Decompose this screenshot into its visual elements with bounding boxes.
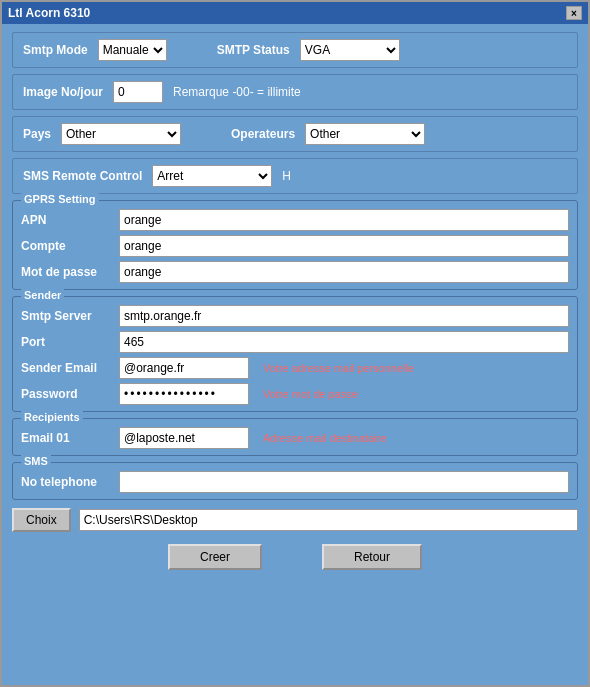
sms-section-title: SMS — [21, 455, 51, 467]
password-input[interactable] — [119, 383, 249, 405]
no-telephone-label: No telephone — [21, 475, 111, 489]
operateurs-label: Operateurs — [231, 127, 295, 141]
pays-row: Pays Other France Germany Operateurs Oth… — [12, 116, 578, 152]
sender-email-row: Sender Email Votre adresse mail personne… — [21, 357, 569, 379]
password-row: Password Votre mot de passe — [21, 383, 569, 405]
window-title: Ltl Acorn 6310 — [8, 6, 90, 20]
image-no-input[interactable]: 0 — [113, 81, 163, 103]
choix-button[interactable]: Choix — [12, 508, 71, 532]
operateurs-select[interactable]: Other Orange SFR — [305, 123, 425, 145]
sms-remote-row: SMS Remote Control Arret Marche H — [12, 158, 578, 194]
sender-section-title: Sender — [21, 289, 64, 301]
no-telephone-row: No telephone — [21, 471, 569, 493]
sms-section: SMS No telephone — [12, 462, 578, 500]
compte-row: Compte — [21, 235, 569, 257]
gprs-section-title: GPRS Setting — [21, 193, 99, 205]
smtp-server-input[interactable] — [119, 305, 569, 327]
title-bar: Ltl Acorn 6310 × — [2, 2, 588, 24]
recipients-section: Recipients Email 01 Adresse mail destina… — [12, 418, 578, 456]
apn-input[interactable] — [119, 209, 569, 231]
compte-label: Compte — [21, 239, 111, 253]
email01-hint: Adresse mail destinataire — [263, 432, 387, 444]
path-input[interactable] — [79, 509, 578, 531]
mot-de-passe-input[interactable] — [119, 261, 569, 283]
sms-remote-label: SMS Remote Control — [23, 169, 142, 183]
apn-label: APN — [21, 213, 111, 227]
file-row: Choix — [12, 508, 578, 532]
port-input[interactable] — [119, 331, 569, 353]
footer-buttons: Creer Retour — [12, 544, 578, 570]
email01-row: Email 01 Adresse mail destinataire — [21, 427, 569, 449]
port-row: Port — [21, 331, 569, 353]
smtp-status-label: SMTP Status — [217, 43, 290, 57]
smtp-server-label: Smtp Server — [21, 309, 111, 323]
apn-row: APN — [21, 209, 569, 231]
port-label: Port — [21, 335, 111, 349]
smtp-mode-select[interactable]: Manuale Auto — [98, 39, 167, 61]
sender-section: Sender Smtp Server Port Sender Email Vot… — [12, 296, 578, 412]
main-content: Smtp Mode Manuale Auto SMTP Status VGA W… — [2, 24, 588, 685]
password-hint: Votre mot de passe — [263, 388, 358, 400]
image-no-label: Image No/jour — [23, 85, 103, 99]
sender-email-label: Sender Email — [21, 361, 111, 375]
recipients-section-title: Recipients — [21, 411, 83, 423]
sender-email-hint: Votre adresse mail personnelle — [263, 362, 414, 374]
email01-label: Email 01 — [21, 431, 111, 445]
smtp-mode-row: Smtp Mode Manuale Auto SMTP Status VGA W… — [12, 32, 578, 68]
password-label: Password — [21, 387, 111, 401]
gprs-section: GPRS Setting APN Compte Mot de passe — [12, 200, 578, 290]
close-button[interactable]: × — [566, 6, 582, 20]
mot-de-passe-label: Mot de passe — [21, 265, 111, 279]
email01-input[interactable] — [119, 427, 249, 449]
pays-label: Pays — [23, 127, 51, 141]
main-window: Ltl Acorn 6310 × Smtp Mode Manuale Auto … — [0, 0, 590, 687]
no-telephone-input[interactable] — [119, 471, 569, 493]
retour-button[interactable]: Retour — [322, 544, 422, 570]
h-label: H — [282, 169, 291, 183]
image-no-remark: Remarque -00- = illimite — [173, 85, 301, 99]
smtp-server-row: Smtp Server — [21, 305, 569, 327]
smtp-status-select[interactable]: VGA WVGA — [300, 39, 400, 61]
mot-de-passe-row: Mot de passe — [21, 261, 569, 283]
compte-input[interactable] — [119, 235, 569, 257]
pays-select[interactable]: Other France Germany — [61, 123, 181, 145]
sms-remote-select[interactable]: Arret Marche — [152, 165, 272, 187]
creer-button[interactable]: Creer — [168, 544, 262, 570]
image-no-row: Image No/jour 0 Remarque -00- = illimite — [12, 74, 578, 110]
smtp-mode-label: Smtp Mode — [23, 43, 88, 57]
sender-email-input[interactable] — [119, 357, 249, 379]
